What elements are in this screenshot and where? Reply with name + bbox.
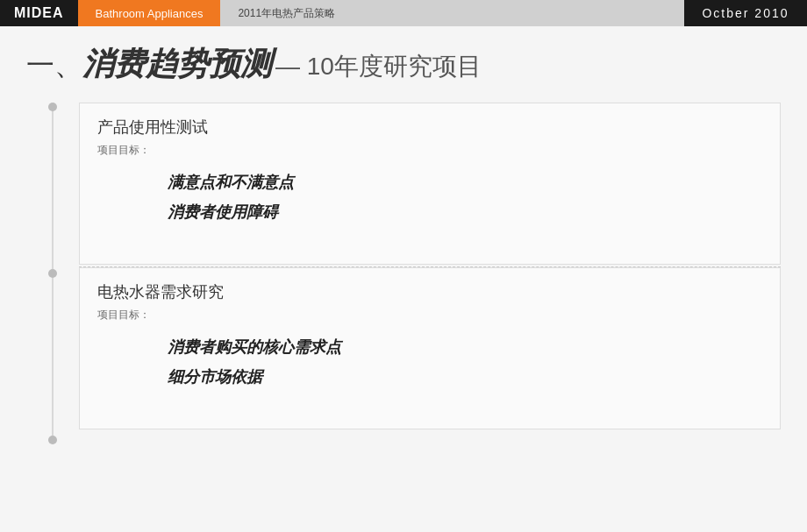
date-text: Octber 2010 — [702, 6, 789, 20]
title-suffix: — 10年度研究项目 — [275, 51, 482, 82]
timeline-line — [26, 103, 79, 431]
panel1-item-2: 消费者使用障碍 — [168, 202, 762, 223]
timeline-dot-bottom — [48, 436, 57, 444]
tab-bathroom-label: Bathroom Appliances — [96, 7, 204, 20]
date-display: Octber 2010 — [684, 0, 807, 26]
tab-product-label: 2011年电热产品策略 — [238, 6, 335, 21]
panel1-title: 产品使用性测试 — [97, 117, 762, 138]
header: MIDEA Bathroom Appliances 2011年电热产品策略 Oc… — [0, 0, 807, 26]
main-title: 一、 消费趋势预测 — 10年度研究项目 — [26, 44, 781, 85]
panel1-item-1: 满意点和不满意点 — [168, 172, 762, 193]
title-prefix: 一、 — [26, 47, 82, 84]
panel2-item-2: 细分市场依据 — [168, 366, 762, 387]
tab-product[interactable]: 2011年电热产品策略 — [220, 0, 684, 26]
timeline-segment-1 — [53, 107, 54, 269]
panel2-subtitle: 项目目标： — [97, 308, 762, 323]
logo: MIDEA — [0, 0, 78, 26]
main-content: 一、 消费趋势预测 — 10年度研究项目 产品使用性测试 项目目标： 满意点和不… — [0, 26, 807, 532]
tab-bathroom[interactable]: Bathroom Appliances — [78, 0, 221, 26]
panel1-items: 满意点和不满意点 消费者使用障碍 — [97, 172, 762, 223]
panel2-items: 消费者购买的核心需求点 细分市场依据 — [97, 337, 762, 387]
panel2-item-1: 消费者购买的核心需求点 — [168, 337, 762, 358]
panel1-subtitle: 项目目标： — [97, 143, 762, 158]
title-highlight: 消费趋势预测 — [82, 44, 272, 85]
logo-text: MIDEA — [14, 5, 64, 21]
panel2-title: 电热水器需求研究 — [97, 281, 762, 302]
panel-usability: 产品使用性测试 项目目标： 满意点和不满意点 消费者使用障碍 — [79, 103, 781, 265]
panels-container: 产品使用性测试 项目目标： 满意点和不满意点 消费者使用障碍 电热水器需求研究 … — [79, 103, 781, 431]
timeline-segment-2 — [53, 273, 54, 436]
timeline-container: 产品使用性测试 项目目标： 满意点和不满意点 消费者使用障碍 电热水器需求研究 … — [26, 103, 781, 431]
panel-demand: 电热水器需求研究 项目目标： 消费者购买的核心需求点 细分市场依据 — [79, 267, 781, 429]
